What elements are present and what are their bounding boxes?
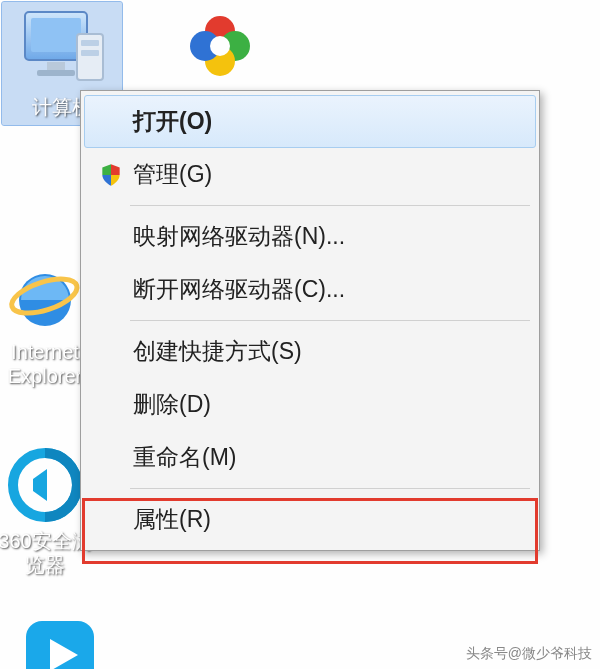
menu-item-map-drive[interactable]: 映射网络驱动器(N)... [84,210,536,263]
svg-rect-5 [81,40,99,46]
menu-item-label: 映射网络驱动器(N)... [131,221,527,252]
desktop-icon-media[interactable] [0,615,120,669]
menu-item-label: 断开网络驱动器(C)... [131,274,527,305]
svg-rect-6 [81,50,99,56]
context-menu: 打开(O) 管理(G) 映射网络驱动器(N)... 断开网络驱动器(C)... … [80,90,540,551]
play-icon [0,615,120,669]
pinwheel-icon [160,6,280,86]
menu-item-open[interactable]: 打开(O) [84,95,536,148]
menu-item-disconnect-drive[interactable]: 断开网络驱动器(C)... [84,263,536,316]
svg-rect-2 [47,62,65,70]
shield-icon [91,162,131,188]
menu-item-label: 重命名(M) [131,442,527,473]
menu-item-manage[interactable]: 管理(G) [84,148,536,201]
svg-rect-1 [31,18,81,52]
menu-item-delete[interactable]: 删除(D) [84,378,536,431]
menu-item-label: 管理(G) [131,159,527,190]
watermark: 头条号@微少爷科技 [466,645,592,663]
menu-item-label: 打开(O) [131,106,527,137]
menu-separator [130,320,530,321]
menu-item-label: 删除(D) [131,389,527,420]
svg-point-11 [210,36,230,56]
menu-item-rename[interactable]: 重命名(M) [84,431,536,484]
menu-item-create-shortcut[interactable]: 创建快捷方式(S) [84,325,536,378]
menu-separator [130,205,530,206]
computer-icon [2,6,122,91]
menu-item-label: 创建快捷方式(S) [131,336,527,367]
menu-item-properties[interactable]: 属性(R) [84,493,536,546]
menu-item-label: 属性(R) [131,504,527,535]
menu-separator [130,488,530,489]
svg-rect-3 [37,70,75,76]
desktop-icon-app[interactable] [160,6,280,86]
